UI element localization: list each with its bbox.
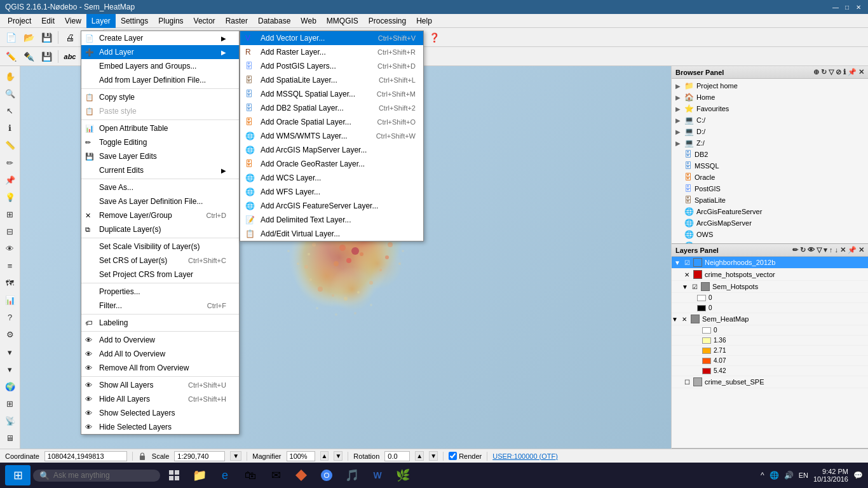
magnifier-down[interactable]: ▼ xyxy=(334,451,342,461)
ctx-remove-overview[interactable]: 👁 Remove All from Overview xyxy=(81,361,239,375)
ctx-save-as[interactable]: Save As... xyxy=(81,180,239,194)
layers-refresh-icon[interactable]: ↻ xyxy=(800,246,806,254)
browser-item-spatialite[interactable]: 🗄 SpatiaLite xyxy=(673,194,867,206)
ctx-current-edits[interactable]: Current Edits ▶ xyxy=(81,163,239,177)
sub-add-arcgisfeature[interactable]: 🌐 Add ArcGIS FeatureServer Layer... xyxy=(240,199,423,213)
ctx-labeling[interactable]: 🏷 Labeling xyxy=(81,316,239,330)
menu-view[interactable]: View xyxy=(60,14,86,28)
layers-move-down-icon[interactable]: ↓ xyxy=(835,246,839,254)
table-button[interactable]: ⊞ xyxy=(2,396,18,412)
taskbar-nbc[interactable] xyxy=(290,464,313,487)
save2-button[interactable]: 💾 xyxy=(38,48,55,65)
browser-item-project-home[interactable]: ▶ 📁 Project home xyxy=(673,80,867,92)
taskbar-mail[interactable]: ✉ xyxy=(264,464,287,487)
ctx-add-definition[interactable]: Add from Layer Definition File... xyxy=(81,73,239,87)
browser-item-z[interactable]: ▶ 💻 Z:/ xyxy=(673,137,867,149)
ctx-embed-layers[interactable]: Embed Layers and Groups... xyxy=(81,59,239,73)
map-tips-button[interactable]: 💡 xyxy=(2,189,18,205)
save-project-button[interactable]: 💾 xyxy=(38,29,55,46)
layers-remove-icon[interactable]: ✕ xyxy=(840,246,846,254)
ctx-save-as-def[interactable]: Save As Layer Definition File... xyxy=(81,194,239,208)
layers-pin-icon[interactable]: 📌 xyxy=(848,246,857,254)
ctx-filter[interactable]: Filter... Ctrl+F xyxy=(81,299,239,313)
layer-check-semhm[interactable]: ✕ xyxy=(682,316,691,323)
menu-raster[interactable]: Raster xyxy=(220,14,253,28)
browser-item-postgis[interactable]: 🗄 PostGIS xyxy=(673,183,867,194)
browser-item-home[interactable]: ▶ 🏠 Home xyxy=(673,92,867,103)
layers-options-icon[interactable]: ▾ xyxy=(824,246,827,254)
measure-button[interactable]: 📏 xyxy=(2,137,18,153)
help2-button[interactable]: ? xyxy=(2,309,18,325)
browser-info-icon[interactable]: ℹ xyxy=(843,68,846,76)
layer-check-neighborhoods[interactable]: ☑ xyxy=(684,259,693,266)
label-button[interactable]: abc xyxy=(62,48,78,65)
maximize-button[interactable]: □ xyxy=(843,3,851,11)
menu-project[interactable]: Project xyxy=(3,14,36,28)
layers-visibility-icon[interactable]: 👁 xyxy=(808,246,815,254)
digitize-button[interactable]: ✒️ xyxy=(20,48,37,65)
network-icon[interactable]: 🌐 xyxy=(770,471,779,480)
taskbar-green-app[interactable]: 🌿 xyxy=(391,464,414,487)
menu-vector[interactable]: Vector xyxy=(189,14,220,28)
sub-add-mssql[interactable]: 🗄 Add MSSQL Spatial Layer... Ctrl+Shift+… xyxy=(240,87,423,101)
coordinate-input[interactable] xyxy=(44,451,127,461)
speaker-icon[interactable]: 🔊 xyxy=(784,471,794,480)
menu-settings[interactable]: Settings xyxy=(116,14,153,28)
clock[interactable]: 9:42 PM 10/13/2016 xyxy=(813,468,848,483)
taskbar-task-view[interactable] xyxy=(163,464,186,487)
identify-feature-button[interactable]: ℹ xyxy=(2,120,18,136)
globe-button[interactable]: 🌍 xyxy=(2,379,18,395)
server-button[interactable]: 🖥 xyxy=(2,430,18,446)
sub-add-spatialite[interactable]: 🗄 Add SpatiaLite Layer... Ctrl+Shift+L xyxy=(240,73,423,87)
scale-input[interactable] xyxy=(174,451,225,461)
ctx-add-layer[interactable]: ➕ Add Layer ▶ xyxy=(81,45,239,59)
sub-add-oracle-geo[interactable]: 🗄 Add Oracle GeoRaster Layer... xyxy=(240,157,423,171)
taskbar-file-explorer[interactable]: 📁 xyxy=(188,464,211,487)
zoom-native-button[interactable]: ⊟ xyxy=(2,224,18,240)
render-checkbox[interactable] xyxy=(449,452,457,460)
sub-add-wcs[interactable]: 🌐 Add WCS Layer... xyxy=(240,171,423,185)
layers-filter-icon[interactable]: ▽ xyxy=(817,246,822,254)
pan-map-button[interactable]: ✋ xyxy=(2,69,18,85)
sub-add-wms[interactable]: 🌐 Add WMS/WMTS Layer... Ctrl+Shift+W xyxy=(240,129,423,143)
help-btn[interactable]: ❓ xyxy=(426,29,442,46)
magnifier-input[interactable] xyxy=(287,451,315,461)
browser-item-d[interactable]: ▶ 💻 D:/ xyxy=(673,126,867,137)
overview-button[interactable]: 🗺 xyxy=(2,275,18,291)
sub-add-oracle[interactable]: 🗄 Add Oracle Spatial Layer... Ctrl+Shift… xyxy=(240,115,423,129)
layer-item-sem-heatmap[interactable]: ▼ ✕ Sem_HeatMap xyxy=(672,313,868,325)
sub-add-vector[interactable]: V Add Vector Layer... Ctrl+Shift+V xyxy=(240,31,423,45)
layer-item-crime-subset[interactable]: ☐ crime_subset_SPE xyxy=(672,376,868,388)
search-bar[interactable]: 🔍 xyxy=(33,470,160,482)
browser-item-arcgismap[interactable]: 🌐 ArcGisMapServer xyxy=(673,217,867,229)
edit2-button[interactable]: ✏️ xyxy=(3,48,19,65)
menu-processing[interactable]: Processing xyxy=(363,14,411,28)
menu-plugins[interactable]: Plugins xyxy=(153,14,188,28)
print-composer-button[interactable]: 🖨 xyxy=(62,29,78,46)
ctx-duplicate[interactable]: ⧉ Duplicate Layer(s) xyxy=(81,222,239,236)
ctx-scale-vis[interactable]: Set Scale Visibility of Layer(s) xyxy=(81,240,239,254)
browser-close-icon[interactable]: ✕ xyxy=(858,68,864,76)
rotation-up[interactable]: ▲ xyxy=(415,451,424,461)
ctx-copy-style[interactable]: 📋 Copy style xyxy=(81,90,239,104)
ctx-hide-selected[interactable]: 👁 Hide Selected Layers xyxy=(81,420,239,434)
layer-order-button[interactable]: ≡ xyxy=(2,258,18,274)
browser-item-db2[interactable]: 🗄 DB2 xyxy=(673,149,867,160)
rotation-input[interactable] xyxy=(384,451,410,461)
ctx-show-all[interactable]: 👁 Show All Layers Ctrl+Shift+U xyxy=(81,378,239,392)
new-project-button[interactable]: 📄 xyxy=(3,29,19,46)
magnifier-up[interactable]: ▲ xyxy=(320,451,329,461)
notification-icon[interactable]: 💬 xyxy=(853,471,863,480)
minimize-button[interactable]: — xyxy=(831,3,840,11)
sub-add-arcgismap[interactable]: 🌐 Add ArcGIS MapServer Layer... xyxy=(240,143,423,157)
gps-button[interactable]: 📡 xyxy=(2,413,18,429)
rotation-down[interactable]: ▼ xyxy=(429,451,438,461)
layer-item-crime-hotspots[interactable]: ✕ crime_hotspots_vector xyxy=(672,269,868,281)
menu-mmqgis[interactable]: MMQGIS xyxy=(322,14,363,28)
ctx-add-all-overview[interactable]: 👁 Add All to Overview xyxy=(81,347,239,361)
browser-item-oracle[interactable]: 🗄 Oracle xyxy=(673,172,867,183)
browser-refresh-icon[interactable]: ↻ xyxy=(821,68,827,76)
arrow-button[interactable]: ▾ xyxy=(2,344,18,360)
settings2-button[interactable]: ⚙ xyxy=(2,327,18,342)
close-button[interactable]: ✕ xyxy=(854,3,863,11)
